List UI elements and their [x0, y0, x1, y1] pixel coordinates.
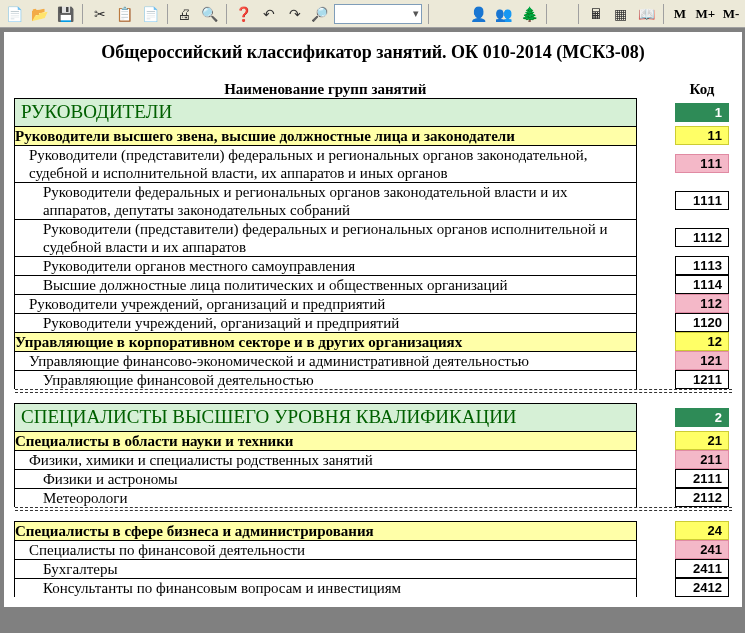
new-icon[interactable]: 📄: [4, 3, 25, 25]
classifier-row[interactable]: Руководители высшего звена, высшие должн…: [15, 126, 733, 145]
occupation-name: Метеорологи: [15, 488, 637, 507]
classifier-row[interactable]: Руководители органов местного самоуправл…: [15, 256, 733, 275]
header-row: Наименование групп занятий Код: [15, 81, 733, 99]
occupation-name: Бухгалтеры: [15, 559, 637, 578]
user1-icon: 👤: [468, 3, 489, 25]
occupation-name: Специалисты в сфере бизнеса и администри…: [15, 521, 637, 540]
classifier-row[interactable]: Бухгалтеры2411: [15, 559, 733, 578]
paste-icon[interactable]: 📄: [139, 3, 160, 25]
occupation-code: 1: [675, 103, 729, 122]
help-icon[interactable]: ❓: [233, 3, 254, 25]
preview-icon[interactable]: 🔍: [199, 3, 220, 25]
occupation-code: 1114: [675, 275, 729, 294]
classifier-row[interactable]: Руководители учреждений, организаций и п…: [15, 294, 733, 313]
occupation-code: 241: [675, 540, 729, 559]
occupation-name: Руководители учреждений, организаций и п…: [15, 313, 637, 332]
occupation-code: 112: [675, 294, 729, 313]
classifier-row[interactable]: Управляющие финансово-экономической и ад…: [15, 351, 733, 370]
classifier-row[interactable]: Специалисты в сфере бизнеса и администри…: [15, 521, 733, 540]
classifier-row[interactable]: Высшие должностные лица политических и о…: [15, 275, 733, 294]
separator: [226, 4, 227, 24]
occupation-code: 1113: [675, 256, 729, 275]
undo-icon[interactable]: ↶: [259, 3, 280, 25]
occupation-name: Специалисты в области науки и техники: [15, 431, 637, 450]
classifier-row[interactable]: Управляющие в корпоративном секторе и в …: [15, 332, 733, 351]
occupation-name: СПЕЦИАЛИСТЫ ВЫСШЕГО УРОВНЯ КВАЛИФИКАЦИИ: [15, 403, 637, 431]
occupation-code: 11: [675, 126, 729, 145]
classifier-table: Наименование групп занятий Код РУКОВОДИТ…: [14, 81, 732, 597]
classifier-row[interactable]: Метеорологи2112: [15, 488, 733, 507]
document-title: Общероссийский классификатор занятий. ОК…: [14, 42, 732, 63]
redo-icon[interactable]: ↷: [284, 3, 305, 25]
toolbar: 📄 📂 💾 ✂ 📋 📄 🖨 🔍 ❓ ↶ ↷ 🔎 ▾ 👤 👥 🌲 🖩 ▦ 📖 M …: [0, 0, 745, 28]
separator: [167, 4, 168, 24]
occupation-name: Консультанты по финансовым вопросам и ин…: [15, 578, 637, 597]
occupation-code: 1120: [675, 313, 729, 332]
memory-mplus-button[interactable]: M+: [694, 3, 717, 25]
occupation-code: 111: [675, 154, 729, 173]
occupation-code: 1211: [675, 370, 729, 389]
classifier-row[interactable]: Специалисты в области науки и техники21: [15, 431, 733, 450]
classifier-row[interactable]: РУКОВОДИТЕЛИ1: [15, 99, 733, 127]
occupation-code: 2111: [675, 469, 729, 488]
occupation-code: 2411: [675, 559, 729, 578]
open-icon[interactable]: 📂: [29, 3, 50, 25]
separator: [428, 4, 429, 24]
occupation-code: 2: [675, 408, 729, 427]
tree-icon[interactable]: 🌲: [518, 3, 539, 25]
occupation-code: 2112: [675, 488, 729, 507]
occupation-code: 1112: [675, 228, 729, 247]
save-icon[interactable]: 💾: [55, 3, 76, 25]
zoom-combo[interactable]: ▾: [334, 4, 421, 24]
occupation-name: Управляющие в корпоративном секторе и в …: [15, 332, 637, 351]
occupation-code: 21: [675, 431, 729, 450]
classifier-row[interactable]: Специалисты по финансовой деятельности24…: [15, 540, 733, 559]
classifier-row[interactable]: Руководители (представители) федеральных…: [15, 145, 733, 182]
classifier-row[interactable]: Физики, химики и специалисты родственных…: [15, 450, 733, 469]
grid-icon[interactable]: ▦: [610, 3, 631, 25]
occupation-code: 1111: [675, 191, 729, 210]
occupation-name: Управляющие финансовой деятельностью: [15, 370, 637, 389]
header-name: Наименование групп занятий: [15, 81, 637, 99]
separator: [82, 4, 83, 24]
page: Общероссийский классификатор занятий. ОК…: [4, 32, 742, 607]
print-icon[interactable]: 🖨: [174, 3, 195, 25]
classifier-row[interactable]: Руководители (представители) федеральных…: [15, 219, 733, 256]
classifier-row[interactable]: Руководители учреждений, организаций и п…: [15, 313, 733, 332]
occupation-name: Руководители (представители) федеральных…: [15, 145, 637, 182]
memory-mminus-button[interactable]: M-: [721, 3, 741, 25]
occupation-code: 211: [675, 450, 729, 469]
book-icon[interactable]: 📖: [636, 3, 657, 25]
classifier-row[interactable]: Консультанты по финансовым вопросам и ин…: [15, 578, 733, 597]
occupation-name: Физики, химики и специалисты родственных…: [15, 450, 637, 469]
copy-icon[interactable]: 📋: [114, 3, 135, 25]
occupation-name: Физики и астрономы: [15, 469, 637, 488]
occupation-name: Руководители (представители) федеральных…: [15, 219, 637, 256]
occupation-name: Руководители высшего звена, высшие должн…: [15, 126, 637, 145]
occupation-name: Руководители органов местного самоуправл…: [15, 256, 637, 275]
classifier-row[interactable]: Руководители федеральных и региональных …: [15, 182, 733, 219]
classifier-row[interactable]: СПЕЦИАЛИСТЫ ВЫСШЕГО УРОВНЯ КВАЛИФИКАЦИИ2: [15, 403, 733, 431]
header-code: Код: [660, 81, 732, 99]
calc-icon[interactable]: 🖩: [585, 3, 606, 25]
separator: [546, 4, 547, 24]
memory-m-button[interactable]: M: [670, 3, 690, 25]
occupation-code: 24: [675, 521, 729, 540]
occupation-name: Руководители федеральных и региональных …: [15, 182, 637, 219]
occupation-name: Специалисты по финансовой деятельности: [15, 540, 637, 559]
classifier-row[interactable]: Физики и астрономы2111: [15, 469, 733, 488]
cut-icon[interactable]: ✂: [89, 3, 110, 25]
occupation-code: 121: [675, 351, 729, 370]
document-area: Общероссийский классификатор занятий. ОК…: [0, 28, 745, 633]
occupation-name: Управляющие финансово-экономической и ад…: [15, 351, 637, 370]
occupation-name: РУКОВОДИТЕЛИ: [15, 99, 637, 127]
occupation-name: Руководители учреждений, организаций и п…: [15, 294, 637, 313]
separator: [578, 4, 579, 24]
occupation-name: Высшие должностные лица политических и о…: [15, 275, 637, 294]
occupation-code: 2412: [675, 578, 729, 597]
find-icon[interactable]: 🔎: [309, 3, 330, 25]
separator: [663, 4, 664, 24]
user2-icon: 👥: [493, 3, 514, 25]
classifier-row[interactable]: Управляющие финансовой деятельностью1211: [15, 370, 733, 389]
occupation-code: 12: [675, 332, 729, 351]
